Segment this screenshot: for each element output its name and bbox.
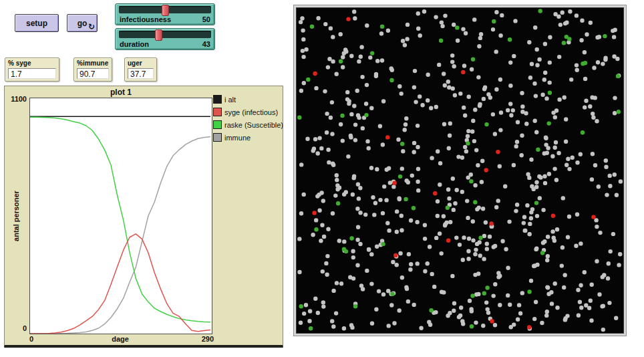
plot-widget: plot 1 1100 0 antal personer 0 dage 290 …	[4, 86, 283, 348]
setup-button-label: setup	[26, 19, 47, 28]
monitor-label: uger	[128, 60, 142, 67]
monitor-value: 37.7	[128, 68, 154, 79]
x-axis-label: dage	[29, 335, 211, 343]
plot-area	[29, 98, 212, 334]
plot-title: plot 1	[29, 88, 212, 97]
monitor-value: 1.7	[8, 68, 56, 79]
legend-swatch-red	[213, 108, 222, 116]
app-canvas: setup go ↻ infectiousness 50 duration 43…	[0, 0, 644, 357]
slider-duration[interactable]: duration 43	[115, 28, 215, 50]
slider-track[interactable]	[119, 6, 211, 13]
x-axis-max-tick: 290	[190, 335, 214, 343]
go-button[interactable]: go ↻	[67, 14, 98, 32]
slider-label: infectiousness	[120, 15, 171, 24]
legend-swatch-gray	[213, 133, 222, 142]
setup-button[interactable]: setup	[15, 14, 59, 32]
legend-item-raske: raske (Suscetible)	[213, 118, 283, 131]
slider-value: 50	[202, 15, 210, 24]
monitor-uger: uger 37.7	[124, 57, 157, 82]
plot-legend: i alt syge (infectious) raske (Suscetibl…	[213, 93, 283, 144]
slider-label: duration	[120, 39, 149, 49]
plot-lines	[30, 98, 212, 334]
slider-value: 43	[202, 39, 210, 49]
slider-infectiousness[interactable]: infectiousness 50	[115, 3, 215, 25]
monitor-pct-syge: % syge 1.7	[5, 57, 59, 82]
legend-item-ialt: i alt	[213, 93, 283, 106]
legend-swatch-green	[213, 120, 222, 129]
monitor-label: %immune	[77, 60, 108, 67]
world-view	[294, 5, 626, 336]
agents-canvas	[296, 7, 624, 334]
monitor-pct-immune: %immune 90.7	[73, 57, 112, 82]
legend-swatch-black	[213, 95, 222, 104]
monitor-label: % syge	[8, 60, 31, 67]
go-button-label: go	[77, 19, 88, 28]
slider-track[interactable]	[119, 31, 211, 38]
y-axis-label: antal personer	[12, 98, 22, 334]
monitor-value: 90.7	[77, 68, 109, 79]
legend-item-immune: immune	[213, 131, 283, 144]
forever-loop-icon: ↻	[88, 23, 95, 31]
legend-item-syge: syge (infectious)	[213, 106, 283, 118]
